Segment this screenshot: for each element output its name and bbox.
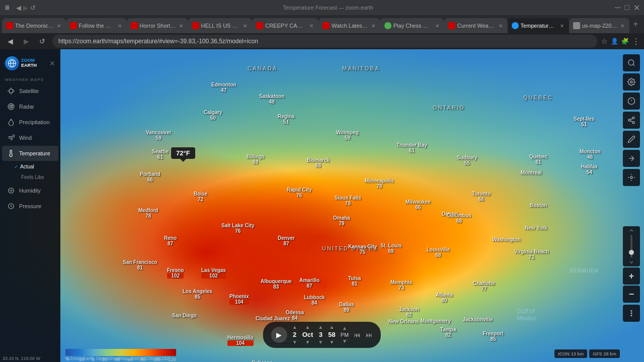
tab-camping[interactable]: CREEPY CAMPING... ✕: [252, 18, 318, 33]
window-title: Temperature Forecast — zoom.earth: [283, 5, 373, 11]
tab-close-watch[interactable]: ✕: [370, 23, 376, 29]
tab-close-temperature[interactable]: ✕: [559, 23, 565, 29]
month-up-btn[interactable]: ▲: [305, 325, 310, 330]
sidebar-item-satellite[interactable]: Satellite: [2, 83, 58, 99]
reload-btn[interactable]: ↺: [30, 4, 36, 12]
heat-overlay: [0, 49, 644, 362]
tab-close-camping[interactable]: ✕: [308, 23, 314, 29]
satellite-label: Satellite: [19, 88, 39, 94]
tab-title-demonic: The Demonic Poss...: [15, 23, 54, 29]
sidebar-item-temperature[interactable]: Temperature: [2, 146, 58, 161]
sidebar-item-pressure[interactable]: Pressure: [2, 199, 58, 214]
tab-demonic[interactable]: The Demonic Poss... ✕: [2, 18, 66, 33]
tab-hell[interactable]: HELL IS US Exclus... ✕: [188, 18, 253, 33]
forward-button[interactable]: ▶: [20, 35, 32, 47]
humidity-icon: [7, 187, 15, 195]
close-btn[interactable]: ✕: [633, 3, 640, 13]
hour-display: ▲ 3 ▼: [318, 325, 323, 345]
hour-down-btn[interactable]: ▼: [318, 340, 323, 345]
new-tab-btn[interactable]: +: [629, 20, 642, 29]
logo[interactable]: ZOOM EARTH: [5, 56, 37, 70]
svg-line-23: [630, 121, 633, 122]
tab-watch[interactable]: Watch Latest Epis... ✕: [318, 18, 380, 33]
scale-bar: [65, 349, 176, 356]
hour-up-btn[interactable]: ▲: [318, 325, 323, 330]
reload-button[interactable]: ↺: [36, 35, 48, 47]
minute-up-btn[interactable]: ▲: [330, 325, 335, 330]
zoom-slider-thumb[interactable]: [629, 250, 634, 255]
minimize-btn[interactable]: ─: [615, 3, 620, 13]
tab-usmap[interactable]: us-map-2200.jpg ✕: [569, 18, 629, 33]
tab-close-weather[interactable]: ✕: [498, 23, 504, 29]
gfs-badge[interactable]: GFS 28 km: [589, 349, 620, 358]
sub-item-feelslike[interactable]: Feels Like: [0, 172, 60, 183]
location-btn[interactable]: [623, 169, 640, 186]
period-down-btn[interactable]: ▼: [342, 339, 347, 344]
tab-weather[interactable]: Current Weather C... ✕: [444, 18, 508, 33]
temperature-label: Temperature: [19, 150, 50, 156]
tab-close-usmap[interactable]: ✕: [619, 23, 625, 29]
extension-btn[interactable]: 🧩: [621, 38, 629, 45]
tab-close-demonic[interactable]: ✕: [56, 23, 62, 29]
draw-btn[interactable]: [623, 131, 640, 148]
day-down-btn[interactable]: ▼: [292, 340, 297, 345]
zoom-out-btn[interactable]: −: [623, 286, 640, 303]
day-up-btn[interactable]: ▲: [292, 325, 297, 330]
info-btn[interactable]: [623, 93, 640, 110]
tab-close-hell[interactable]: ✕: [242, 23, 248, 29]
temperature-icon: [7, 149, 15, 157]
tab-title-weather: Current Weather C...: [457, 23, 496, 29]
precipitation-icon: [7, 118, 15, 126]
icon-badge[interactable]: ICON 13 km: [554, 349, 587, 358]
tab-horror[interactable]: Horror Short Film ... ✕: [127, 18, 188, 33]
hour-value: 3: [319, 331, 323, 339]
zoom-slider-area: [623, 226, 640, 266]
tab-chess[interactable]: Play Chess Online ... ✕: [380, 18, 444, 33]
maximize-btn[interactable]: □: [624, 3, 629, 13]
tab-close-chess[interactable]: ✕: [434, 23, 440, 29]
url-text: https://zoom.earth/maps/temperature/#vie…: [58, 38, 258, 45]
tab-title-money: Follow the MONE...: [79, 23, 115, 29]
period-value: PM: [341, 332, 349, 338]
address-bar: ◀ ▶ ↺ https://zoom.earth/maps/temperatur…: [0, 33, 644, 49]
forward-btn[interactable]: ▶: [23, 4, 28, 12]
url-bar[interactable]: https://zoom.earth/maps/temperature/#vie…: [52, 35, 597, 48]
satellite-icon: [7, 87, 15, 95]
tab-money[interactable]: Follow the MONE... ✕: [66, 18, 127, 33]
map-container[interactable]: CANADA MANITOBA ONTARIO QUEBEC UNITED ST…: [0, 49, 644, 362]
zoom-slider-down-icon: [628, 260, 634, 264]
share-btn[interactable]: [623, 112, 640, 129]
tab-title-temperature: Temperature Fore...: [521, 23, 557, 29]
tab-close-horror[interactable]: ✕: [178, 23, 184, 29]
back-button[interactable]: ◀: [4, 35, 16, 47]
search-btn[interactable]: [623, 54, 640, 71]
zoom-in-btn[interactable]: +: [623, 267, 640, 285]
minute-down-btn[interactable]: ▼: [330, 340, 335, 345]
tab-close-money[interactable]: ✕: [117, 23, 123, 29]
play-button[interactable]: ▶: [271, 327, 287, 343]
period-up-btn[interactable]: ▲: [342, 326, 347, 331]
menu-btn[interactable]: ⋮: [632, 37, 640, 46]
tab-temperature[interactable]: Temperature Fore... ✕: [508, 18, 569, 33]
sidebar-item-humidity[interactable]: Humidity: [2, 183, 58, 198]
bookmark-btn[interactable]: ☆: [601, 37, 608, 45]
day-value: 2: [293, 331, 296, 339]
skip-backward-btn[interactable]: ⏮: [354, 331, 361, 339]
tabs-bar: The Demonic Poss... ✕ Follow the MONE...…: [0, 15, 644, 33]
month-down-btn[interactable]: ▼: [305, 340, 310, 345]
profile-btn[interactable]: 👤: [611, 38, 618, 45]
model-badge: ICON 13 km GFS 28 km: [554, 349, 620, 358]
sidebar-item-wind[interactable]: Wind: [2, 130, 58, 145]
back-btn[interactable]: ◀: [16, 4, 21, 12]
sub-item-actual[interactable]: ✓ Actual: [0, 161, 60, 172]
sidebar-item-radar[interactable]: Radar: [2, 99, 58, 114]
skip-forward-btn[interactable]: ⏭: [366, 331, 373, 339]
measure-btn[interactable]: [623, 150, 640, 167]
sidebar-item-precipitation[interactable]: Precipitation: [2, 115, 58, 130]
more-options-btn[interactable]: [623, 305, 640, 322]
sidebar-collapse-btn[interactable]: ✕: [49, 59, 55, 67]
zoom-slider-track[interactable]: [630, 235, 632, 258]
settings-btn[interactable]: [623, 73, 640, 90]
time-player[interactable]: ▶ ▲ 2 ▼ ▲ Oct ▼ ▲ 3 ▼ ▲ 58 ▼ ▲ PM ▼ ⏮ ⏭: [263, 322, 381, 348]
title-bar: 🖥 ◀ ▶ ↺ Temperature Forecast — zoom.eart…: [0, 0, 644, 15]
